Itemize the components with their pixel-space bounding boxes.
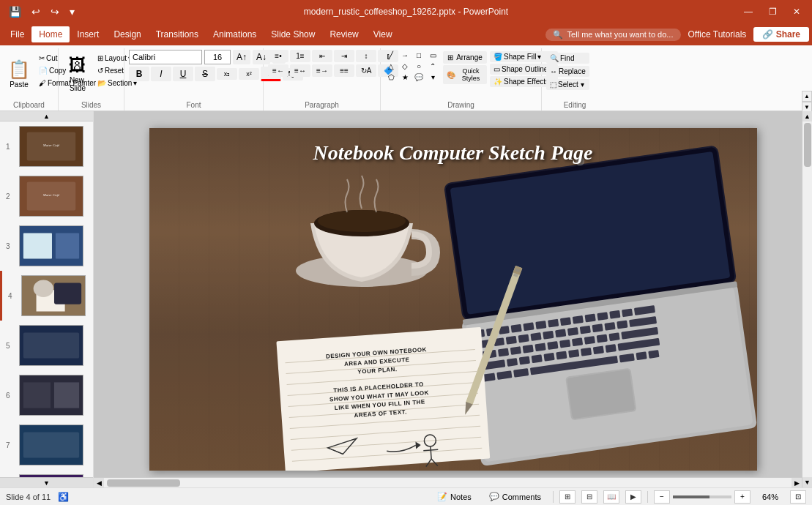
menu-insert[interactable]: Insert: [70, 26, 106, 42]
vertical-scroll-thumb[interactable]: [804, 123, 811, 167]
menu-review[interactable]: Review: [322, 26, 365, 42]
ribbon-scroll: ▲ ▼: [802, 91, 812, 113]
slides-scroll-down[interactable]: ▼: [0, 477, 93, 487]
menu-file[interactable]: File: [3, 26, 31, 42]
subscript-button[interactable]: x₂: [217, 68, 237, 80]
scroll-left-arrow[interactable]: ◀: [94, 478, 104, 488]
find-button[interactable]: 🔍 Find: [546, 53, 589, 64]
reset-label: Reset: [105, 67, 124, 75]
vertical-scrollbar[interactable]: ▲ ▼: [802, 111, 812, 487]
paste-button[interactable]: 📋 Paste: [4, 50, 34, 97]
quick-styles-icon: 🎨: [447, 71, 455, 79]
font-name-input[interactable]: [129, 50, 202, 64]
select-icon: ⬚: [550, 81, 556, 89]
quick-styles-button[interactable]: 🎨 Quick Styles: [443, 65, 487, 84]
slide-thumb-7[interactable]: 7: [0, 420, 93, 470]
align-center-button[interactable]: ≡↔: [290, 64, 310, 77]
text-direction-button[interactable]: ↻A: [356, 64, 376, 77]
normal-view-button[interactable]: ⊞: [559, 490, 576, 504]
bold-button[interactable]: B: [129, 67, 149, 81]
line-spacing-button[interactable]: ↕: [356, 50, 376, 62]
align-left-button[interactable]: ≡←: [268, 64, 288, 77]
scroll-up-arrow[interactable]: ▲: [802, 111, 812, 121]
redo-button[interactable]: ↪: [48, 4, 62, 20]
strikethrough-button[interactable]: S: [195, 67, 215, 81]
star-shape-btn[interactable]: ★: [399, 72, 411, 82]
customize-qa-button[interactable]: ▾: [67, 4, 78, 20]
horizontal-scrollbar[interactable]: ◀ ▶: [94, 477, 802, 487]
bullets-button[interactable]: ≡•: [268, 50, 288, 62]
rect-shape-btn[interactable]: □: [413, 50, 425, 60]
pentagon-shape-btn[interactable]: ⬠: [385, 72, 397, 82]
close-button[interactable]: ✕: [787, 5, 806, 18]
svg-rect-36: [572, 315, 583, 324]
more-shapes-btn[interactable]: ▾: [427, 72, 439, 82]
notes-button[interactable]: 📝 Notes: [431, 491, 477, 502]
ribbon-scroll-up[interactable]: ▲: [802, 91, 812, 102]
new-slide-button[interactable]: 🖼 NewSlide: [63, 50, 92, 97]
slide-canvas[interactable]: Notebook Computer Sketch Page: [149, 128, 757, 471]
share-button[interactable]: 🔗 Share: [753, 27, 809, 42]
menu-home[interactable]: Home: [31, 26, 70, 42]
undo-button[interactable]: ↩: [29, 4, 43, 20]
numbering-button[interactable]: 1≡: [290, 50, 310, 62]
svg-rect-84: [648, 350, 659, 359]
font-group: A↑ A↓ ✕ B I U S x₂ x² A A🖌 Font: [124, 48, 264, 111]
line-shape-btn[interactable]: ╱: [385, 50, 397, 60]
select-button[interactable]: ⬚ Select ▾: [546, 79, 589, 90]
triangle-shape-btn[interactable]: △: [385, 61, 397, 71]
menu-design[interactable]: Design: [106, 26, 148, 42]
rounded-rect-shape-btn[interactable]: ▭: [427, 50, 439, 60]
arrange-button[interactable]: ⊞ Arrange: [443, 51, 487, 64]
fit-to-window-button[interactable]: ⊡: [790, 490, 806, 504]
menu-animations[interactable]: Animations: [206, 26, 264, 42]
slide-thumb-5[interactable]: 5: [0, 321, 93, 370]
align-right-button[interactable]: ≡→: [312, 64, 332, 77]
select-label: Select ▾: [558, 81, 584, 89]
slide-thumb-4[interactable]: 4: [0, 271, 93, 321]
tell-me-search[interactable]: 🔍 Tell me what you want to do...: [545, 29, 681, 41]
slide-thumb-2[interactable]: 2 Mater Café: [0, 171, 93, 221]
restore-button[interactable]: ❐: [763, 5, 783, 18]
save-button[interactable]: 💾: [6, 4, 24, 20]
slide-thumb-3[interactable]: 3: [0, 221, 93, 271]
comments-button[interactable]: 💬 Comments: [483, 491, 547, 502]
superscript-button[interactable]: x²: [239, 68, 259, 80]
scroll-right-arrow[interactable]: ▶: [791, 478, 802, 488]
callout-shape-btn[interactable]: 💬: [413, 72, 425, 82]
decrease-indent-button[interactable]: ⇤: [312, 50, 332, 62]
menu-transitions[interactable]: Transitions: [149, 26, 206, 42]
zoom-slider[interactable]: [673, 495, 731, 498]
clipboard-group: 📋 Paste ✂ Cut 📄 Copy 🖌 Format Painter Cl…: [0, 48, 59, 111]
drawing-group: ╱ → □ ▭ △ ◇ ○ ⌃ ⬠ ★ 💬 ▾ ⊞ Arrange: [381, 48, 542, 111]
zoom-out-button[interactable]: −: [654, 490, 670, 504]
chevron-shape-btn[interactable]: ⌃: [427, 61, 439, 71]
horizontal-scroll-thumb[interactable]: [107, 479, 180, 487]
ellipse-shape-btn[interactable]: ○: [413, 61, 425, 71]
arrow-shape-btn[interactable]: →: [399, 50, 411, 60]
underline-button[interactable]: U: [173, 67, 193, 81]
office-tutorials-link[interactable]: Office Tutorials: [681, 26, 754, 42]
svg-rect-37: [584, 314, 595, 323]
zoom-in-button[interactable]: +: [734, 490, 750, 504]
font-size-input[interactable]: [204, 50, 231, 64]
slide-thumb-6[interactable]: 6: [0, 370, 93, 420]
reading-view-button[interactable]: 📖: [603, 490, 619, 504]
slideshow-view-button[interactable]: ▶: [625, 490, 641, 504]
slide-sorter-button[interactable]: ⊟: [581, 490, 597, 504]
find-label: Find: [560, 54, 574, 62]
menu-slideshow[interactable]: Slide Show: [264, 26, 322, 42]
italic-button[interactable]: I: [151, 67, 171, 81]
slides-scroll-up[interactable]: ▲: [0, 111, 93, 121]
replace-button[interactable]: ↔ Replace: [546, 66, 589, 77]
section-icon: 📂: [97, 79, 106, 87]
diamond-shape-btn[interactable]: ◇: [399, 61, 411, 71]
menu-view[interactable]: View: [366, 26, 400, 42]
justify-button[interactable]: ≡≡: [334, 64, 354, 77]
zoom-percent-button[interactable]: 64%: [756, 492, 784, 502]
scroll-down-arrow[interactable]: ▼: [802, 477, 812, 487]
slide-thumb-1[interactable]: 1 Mater Café: [0, 121, 93, 171]
increase-indent-button[interactable]: ⇥: [334, 50, 354, 62]
minimize-button[interactable]: —: [738, 5, 759, 18]
increase-font-button[interactable]: A↑: [233, 50, 250, 64]
